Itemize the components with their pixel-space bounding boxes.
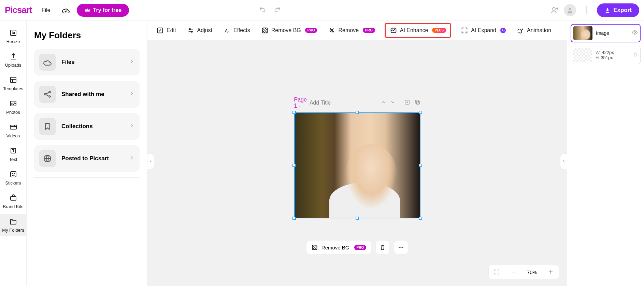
more-icon	[398, 244, 404, 251]
separator	[56, 6, 56, 14]
globe-icon	[39, 150, 56, 167]
chevron-right-icon	[129, 91, 135, 98]
layer-label: Image	[596, 30, 609, 36]
tool-animation[interactable]: Animation	[515, 25, 553, 36]
layer-thumbnail	[573, 48, 592, 62]
floating-toolbar: Remove BG PRO	[306, 240, 408, 255]
folder-label: Collections	[61, 123, 123, 130]
resize-handle[interactable]	[356, 217, 359, 220]
duplicate-page-button[interactable]	[414, 99, 420, 107]
svg-point-1	[569, 8, 571, 10]
add-page-button[interactable]	[404, 99, 410, 107]
sidenav-resize[interactable]: Resize	[0, 25, 27, 47]
sidenav-stickers[interactable]: Stickers	[0, 167, 27, 189]
zoom-in-button[interactable]: +	[543, 268, 559, 276]
resize-handle[interactable]	[292, 111, 296, 114]
tool-ai-expand[interactable]: AI ExpandAI	[459, 25, 507, 36]
history-controls	[259, 6, 281, 15]
resize-handle[interactable]	[419, 217, 422, 220]
page-header: Page 1 -	[294, 97, 420, 109]
resize-handle[interactable]	[419, 111, 422, 114]
separator	[400, 100, 400, 106]
resize-handle[interactable]	[419, 164, 422, 167]
redo-button[interactable]	[274, 6, 281, 15]
export-button[interactable]: Export	[597, 3, 639, 17]
tool-adjust[interactable]: Adjust	[186, 25, 214, 36]
folders-panel: My Folders Files Shared with me Collecti…	[27, 21, 147, 286]
zoom-out-button[interactable]: −	[505, 268, 521, 276]
resize-handle[interactable]	[356, 111, 359, 114]
folder-shared[interactable]: Shared with me	[34, 81, 140, 108]
folders-title: My Folders	[34, 30, 140, 41]
sidenav-text[interactable]: Text	[0, 143, 27, 165]
zoom-value[interactable]: 70%	[521, 269, 543, 275]
float-remove-bg-button[interactable]: Remove BG PRO	[306, 240, 371, 255]
layer-image[interactable]: Image	[571, 24, 641, 42]
svg-point-26	[401, 247, 402, 248]
dim-key: H	[596, 55, 599, 60]
collapse-left-button[interactable]	[147, 153, 154, 169]
resize-handle[interactable]	[292, 164, 296, 167]
zoom-bar: − 70% +	[488, 265, 559, 279]
bookmark-icon	[39, 118, 56, 135]
pro-badge: PRO	[305, 28, 317, 33]
add-people-icon[interactable]	[551, 6, 559, 14]
side-nav: Resize Uploads Templates Photos Videos T…	[0, 21, 27, 286]
folder-label: Shared with me	[61, 91, 123, 98]
folder-label: Posted to Picsart	[61, 155, 123, 162]
page-title-input[interactable]	[310, 100, 378, 106]
sidenav-videos[interactable]: Videos	[0, 120, 27, 142]
folder-posted[interactable]: Posted to Picsart	[34, 145, 140, 172]
folder-files[interactable]: Files	[34, 49, 140, 76]
logo: Picsart	[5, 5, 32, 15]
undo-button[interactable]	[259, 6, 266, 15]
svg-rect-5	[10, 125, 16, 129]
cloud-sync-icon[interactable]	[62, 6, 70, 14]
file-menu[interactable]: File	[42, 7, 51, 13]
page-label: Page 1 -	[294, 97, 307, 109]
canvas-area[interactable]: Page 1 -	[147, 40, 567, 286]
dim-value: 351px	[601, 55, 613, 60]
svg-point-0	[553, 8, 555, 10]
pro-badge: PRO	[363, 28, 375, 33]
sidenav-my-folders[interactable]: My Folders	[0, 214, 27, 236]
user-avatar[interactable]	[564, 4, 576, 16]
folder-collections[interactable]: Collections	[34, 113, 140, 140]
tool-remove-bg[interactable]: Remove BGPRO	[260, 25, 319, 36]
float-delete-button[interactable]	[375, 240, 390, 255]
download-icon	[604, 7, 611, 13]
svg-rect-29	[634, 54, 637, 56]
visibility-icon[interactable]	[632, 29, 638, 37]
lock-icon[interactable]	[633, 52, 638, 58]
svg-point-12	[49, 91, 50, 93]
selection-outline	[294, 112, 420, 218]
svg-point-11	[44, 94, 46, 95]
zoom-fit-button[interactable]	[489, 269, 505, 275]
svg-point-9	[14, 173, 15, 174]
remove-bg-icon	[311, 244, 318, 251]
try-for-free-button[interactable]: Try for free	[77, 4, 129, 17]
tool-effects[interactable]: Effects	[222, 25, 252, 36]
resize-handle[interactable]	[292, 217, 296, 220]
share-icon	[39, 86, 56, 103]
tool-remove[interactable]: RemovePRO	[327, 25, 376, 36]
sidenav-photos[interactable]: Photos	[0, 96, 27, 118]
svg-point-13	[49, 96, 50, 97]
page-down-button[interactable]	[390, 99, 396, 106]
chevron-right-icon	[129, 123, 135, 130]
canvas-frame[interactable]	[294, 112, 420, 218]
page-up-button[interactable]	[381, 99, 386, 106]
separator	[586, 6, 587, 14]
collapse-right-button[interactable]	[560, 153, 567, 169]
tool-ai-enhance[interactable]: AI EnhancePLUS	[385, 23, 451, 38]
canvas-column: Edit Adjust Effects Remove BGPRO RemoveP…	[147, 21, 567, 286]
sidenav-uploads[interactable]: Uploads	[0, 49, 27, 71]
svg-rect-7	[11, 172, 16, 177]
sidenav-brand-kits[interactable]: Brand Kits	[0, 190, 27, 213]
plus-badge: PLUS	[432, 28, 446, 33]
layer-background[interactable]: W422px H351px	[571, 46, 641, 64]
tool-edit[interactable]: Edit	[155, 25, 177, 36]
folder-label: Files	[61, 59, 123, 66]
sidenav-templates[interactable]: Templates	[0, 72, 27, 95]
float-more-button[interactable]	[394, 240, 408, 255]
